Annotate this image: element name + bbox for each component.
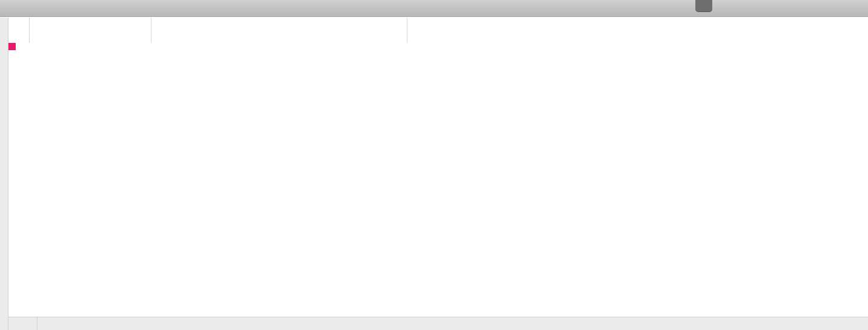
table-header-row [8, 18, 868, 43]
window-toolbar [0, 0, 868, 17]
column-header-value[interactable] [151, 18, 407, 43]
results-table[interactable] [8, 18, 868, 43]
table-footer-strip [8, 317, 868, 330]
toolbar-end-button[interactable] [695, 0, 712, 12]
footer-gutter-cap [8, 317, 37, 330]
left-margin-strip [0, 18, 8, 330]
results-grid-wrap [8, 18, 868, 330]
column-header-spacer [407, 18, 868, 43]
content-area [0, 17, 868, 330]
annotation-highlight-box [8, 43, 16, 50]
row-gutter-header [8, 18, 29, 43]
column-header-variable-name[interactable] [29, 18, 151, 43]
